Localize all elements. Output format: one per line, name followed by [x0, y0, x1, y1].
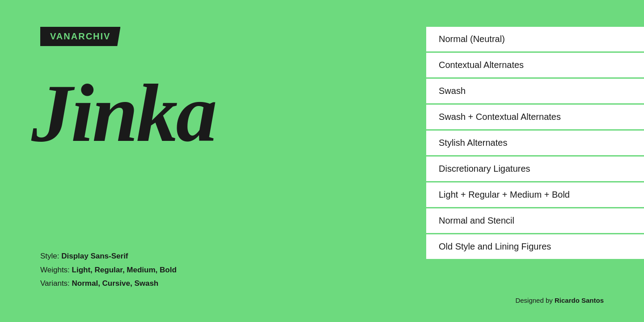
menu-item-swash-contextual[interactable]: Swash + Contextual Alternates	[425, 105, 644, 131]
style-value: Display Sans-Serif	[61, 252, 128, 260]
menu-item-discretionary-ligatures[interactable]: Discretionary Ligatures	[425, 157, 644, 182]
designer-name: Ricardo Santos	[555, 297, 604, 304]
designer-credit: Designed by Ricardo Santos	[515, 297, 604, 304]
weights-label: Weights:	[40, 266, 72, 274]
logo-badge: VANARCHIV	[40, 27, 120, 46]
font-display-text: Jinka	[31, 72, 216, 154]
menu-item-normal-neutral[interactable]: Normal (Neutral)	[425, 27, 644, 53]
menu-item-light-regular-medium-bold[interactable]: Light + Regular + Medium + Bold	[425, 182, 644, 208]
variants-value: Normal, Cursive, Swash	[72, 279, 159, 288]
menu-item-swash[interactable]: Swash	[425, 79, 644, 105]
style-label: Style:	[40, 252, 61, 260]
menu-item-stylish-alternates[interactable]: Stylish Alternates	[425, 131, 644, 157]
menu-item-normal-stencil[interactable]: Normal and Stencil	[425, 208, 644, 234]
variants-label: Variants:	[40, 279, 72, 288]
weights-info: Weights: Light, Regular, Medium, Bold	[40, 263, 177, 277]
variants-info: Variants: Normal, Cursive, Swash	[40, 277, 177, 291]
menu-item-old-style-lining[interactable]: Old Style and Lining Figures	[425, 234, 644, 260]
menu-item-contextual-alternates[interactable]: Contextual Alternates	[425, 53, 644, 79]
font-info-panel: Style: Display Sans-Serif Weights: Light…	[40, 250, 177, 291]
style-info: Style: Display Sans-Serif	[40, 250, 177, 263]
designer-prefix: Designed by	[515, 297, 555, 304]
weights-value: Light, Regular, Medium, Bold	[72, 266, 177, 274]
right-panel: Normal (Neutral)Contextual AlternatesSwa…	[425, 27, 644, 260]
logo-text: VANARCHIV	[50, 31, 110, 41]
